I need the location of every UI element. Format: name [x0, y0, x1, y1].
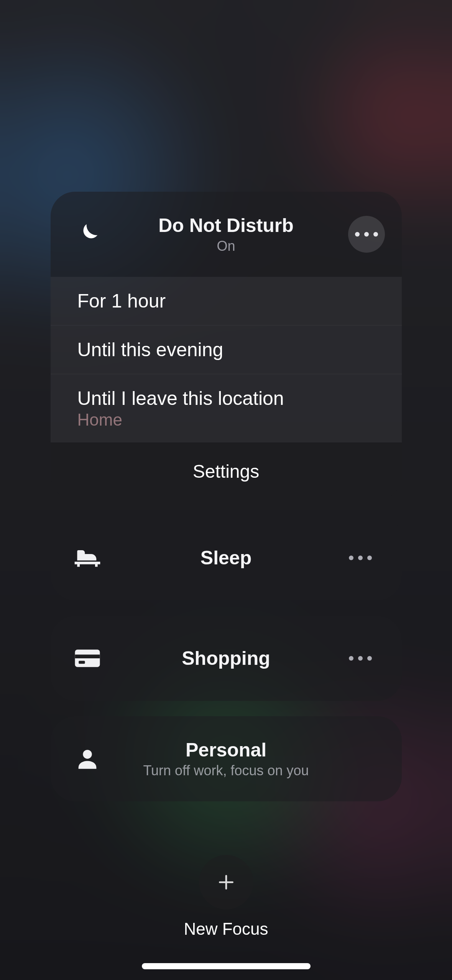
dnd-more-button[interactable] [348, 216, 385, 253]
ellipsis-icon [349, 556, 372, 560]
focus-card-personal[interactable]: Personal Turn off work, focus on you [51, 716, 402, 801]
option-until-this-evening[interactable]: Until this evening [51, 325, 402, 374]
focus-card-sleep[interactable]: Sleep [51, 515, 402, 600]
option-label: Until I leave this location [77, 387, 375, 409]
dnd-header[interactable]: Do Not Disturb On [51, 192, 402, 277]
svg-point-3 [83, 750, 92, 759]
option-sublabel: Home [77, 410, 375, 429]
bed-icon [72, 543, 103, 573]
focus-card-shopping[interactable]: Shopping [51, 616, 402, 701]
focus-list: Do Not Disturb On For 1 hour Until this … [51, 192, 402, 801]
new-focus-button[interactable] [199, 855, 253, 909]
ellipsis-icon [355, 232, 378, 237]
focus-sublabel: Turn off work, focus on you [122, 763, 330, 779]
option-label: Until this evening [77, 339, 375, 361]
sleep-more-button[interactable] [342, 539, 379, 576]
ellipsis-icon [349, 656, 372, 661]
focus-card-dnd: Do Not Disturb On For 1 hour Until this … [51, 192, 402, 500]
svg-rect-1 [75, 654, 100, 658]
option-until-leave-location[interactable]: Until I leave this location Home [51, 374, 402, 442]
focus-label: Personal [122, 739, 330, 761]
option-for-1-hour[interactable]: For 1 hour [51, 277, 402, 325]
new-focus-label: New Focus [184, 919, 268, 939]
card-icon [72, 643, 103, 674]
moon-icon [72, 219, 103, 250]
dnd-status: On [122, 238, 330, 254]
focus-label: Shopping [122, 647, 330, 669]
plus-icon [216, 873, 235, 892]
new-focus: New Focus [184, 855, 268, 939]
option-label: For 1 hour [77, 290, 375, 312]
shopping-more-button[interactable] [342, 640, 379, 677]
dnd-title: Do Not Disturb [122, 214, 330, 237]
settings-label: Settings [193, 461, 259, 482]
dnd-options: For 1 hour Until this evening Until I le… [51, 277, 402, 442]
dnd-settings-button[interactable]: Settings [51, 442, 402, 500]
person-icon [72, 743, 103, 774]
focus-label: Sleep [122, 547, 330, 569]
home-indicator[interactable] [142, 963, 311, 969]
svg-rect-2 [79, 661, 85, 664]
